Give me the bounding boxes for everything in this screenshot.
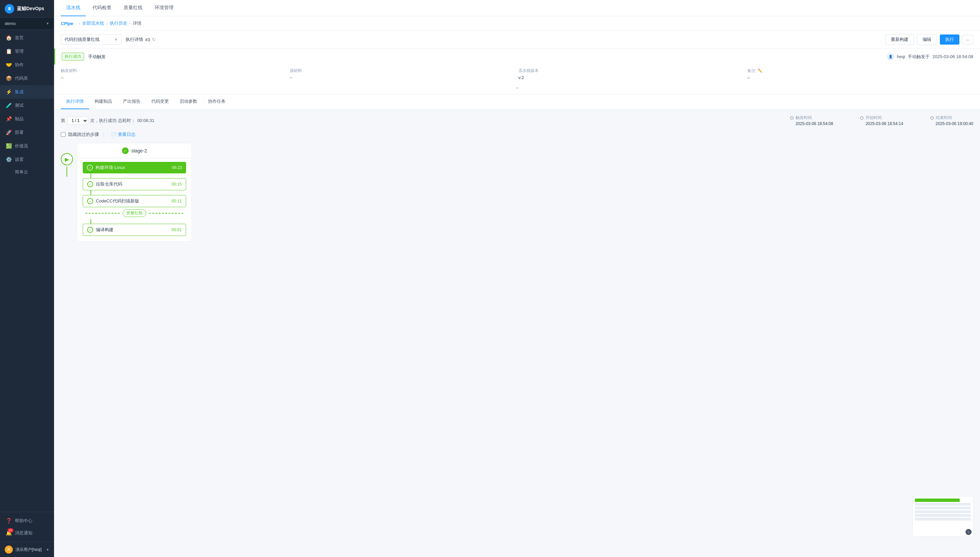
pipeline-version-value: v.2 xyxy=(518,75,745,80)
edit-button[interactable]: 编辑 xyxy=(917,34,937,45)
step-connector-3 xyxy=(91,219,91,224)
time-indicators: 触发时间 2025-03-06 18:54:08 开始时间 2025-03-06… xyxy=(790,115,973,126)
sidebar-item-home[interactable]: 🏠 首页 xyxy=(0,31,54,45)
tab-collab-tasks[interactable]: 协作任务 xyxy=(203,94,231,109)
end-time-dot xyxy=(930,116,934,120)
mini-bar-4 xyxy=(915,510,971,513)
action-bar: 代码扫描质量红线 ▼ 执行详情 #3 ↻ 重新构建 编辑 执行 ··· xyxy=(54,31,980,49)
mini-map-content xyxy=(913,497,973,523)
sidebar-item-manage[interactable]: 📋 管理 xyxy=(0,45,54,58)
tab-code-check[interactable]: 代码检查 xyxy=(87,0,117,16)
source-material-value: -- xyxy=(290,75,516,80)
user-name: 演示用户[heqi] xyxy=(16,547,46,553)
source-material-label: 源材料 xyxy=(290,68,516,74)
stage-wrapper: ▶ ✓ stage-2 ✓ 构建环境-Linux 06:23 xyxy=(61,143,973,242)
sidebar-logo: 蓝 蓝鲸DevOps xyxy=(0,0,54,18)
logo-text: 蓝鲸DevOps xyxy=(17,6,44,12)
sidebar: 蓝 蓝鲸DevOps demo ▼ 🏠 首页 📋 管理 🤝 协作 📦 代码库 ⚡… xyxy=(0,0,54,557)
deploy-icon: 🚀 xyxy=(5,129,12,136)
step-item-build-env[interactable]: ✓ 构建环境-Linux 06:23 xyxy=(83,162,186,173)
step-time-4: 00:01 xyxy=(172,228,182,232)
tab-quality[interactable]: 质量红线 xyxy=(118,0,148,16)
sidebar-item-artifact[interactable]: 📌 制品 xyxy=(0,112,54,126)
start-time-dot xyxy=(860,116,863,120)
tab-exec-detail[interactable]: 执行详情 xyxy=(61,94,89,109)
sidebar-item-notify[interactable]: 🔔20 消息通知 xyxy=(0,527,54,539)
env-selector[interactable]: demo ▼ xyxy=(0,18,54,30)
breadcrumb-sep-2: › xyxy=(106,21,107,26)
avatar: 用 xyxy=(5,546,13,554)
sidebar-item-test[interactable]: 🧪 测试 xyxy=(0,99,54,112)
artifact-icon: 📌 xyxy=(5,116,12,122)
trigger-time-indicator: 触发时间 2025-03-06 18:54:08 xyxy=(790,115,833,126)
sidebar-item-collab[interactable]: 🤝 协作 xyxy=(0,58,54,72)
step-connector-1 xyxy=(91,173,91,178)
hide-skipped-label: 隐藏跳过的步骤 xyxy=(68,132,99,138)
tab-code-changes[interactable]: 代码变更 xyxy=(146,94,174,109)
run-button[interactable]: 执行 xyxy=(940,34,959,45)
sidebar-item-label: 价值流 xyxy=(15,143,28,149)
step-time-2: 00:15 xyxy=(172,182,182,187)
breadcrumb-all-pipelines[interactable]: 全部流水线 xyxy=(82,20,104,26)
sidebar-item-help[interactable]: ❓ 帮助中心 xyxy=(0,515,54,527)
sidebar-item-simple-cloud[interactable]: 简单云 xyxy=(0,166,54,178)
step-item-compile[interactable]: ✓ 编译构建 00:01 xyxy=(83,224,186,236)
help-label: 帮助中心 xyxy=(15,518,32,524)
tab-output-report[interactable]: 产出报告 xyxy=(117,94,146,109)
start-time-label: 开始时间 xyxy=(865,115,882,121)
simple-cloud-label: 简单云 xyxy=(15,169,28,174)
quality-gate: 质量红线 xyxy=(83,209,186,217)
breadcrumb-detail: 详情 xyxy=(133,20,141,26)
refresh-icon[interactable]: ↻ xyxy=(152,37,156,42)
sidebar-item-code[interactable]: 📦 代码库 xyxy=(0,72,54,85)
tab-build-artifacts[interactable]: 构建制品 xyxy=(89,94,117,109)
step-connector-2 xyxy=(91,190,91,195)
notify-label: 消息通知 xyxy=(15,530,32,536)
start-time-value: 2025-03-06 18:54:14 xyxy=(860,121,903,126)
trigger-time-label: 触发时间 xyxy=(796,115,812,121)
sidebar-item-settings[interactable]: ⚙️ 设置 xyxy=(0,153,54,166)
gate-line-right xyxy=(149,213,183,213)
sidebar-item-value[interactable]: 💹 价值流 xyxy=(0,139,54,153)
tab-env-manage[interactable]: 环境管理 xyxy=(149,0,179,16)
view-log-icon: 📄 xyxy=(111,132,117,137)
pipeline-name-select[interactable]: 代码扫描质量红线 ▼ xyxy=(61,34,122,45)
exec-info: 执行详情 #3 ↻ xyxy=(126,36,156,42)
notes-edit-icon[interactable]: ✏️ xyxy=(758,68,763,73)
mini-map-btn[interactable]: ⤡ xyxy=(965,529,972,535)
exec-number: #3 xyxy=(145,37,150,42)
sidebar-item-deploy[interactable]: 🚀 部署 xyxy=(0,126,54,139)
rebuild-button[interactable]: 重新构建 xyxy=(885,34,914,45)
sidebar-item-integration[interactable]: ⚡ 集成 xyxy=(0,85,54,99)
user-bar[interactable]: 用 演示用户[heqi] ▼ xyxy=(0,542,54,557)
step-item-codecc[interactable]: ✓ CodeCC代码扫描新版 05:11 xyxy=(83,195,186,207)
manage-icon: 📋 xyxy=(5,48,12,55)
tab-launch-params[interactable]: 启动参数 xyxy=(174,94,203,109)
hide-skipped-checkbox[interactable] xyxy=(61,132,65,137)
view-log-link[interactable]: 📄 查看日志 xyxy=(111,132,135,138)
meta-pipeline-version: 流水线版本 v.2 xyxy=(518,68,745,80)
step-item-fetch-code[interactable]: ✓ 拉取仓库代码 00:15 xyxy=(83,178,186,190)
help-icon: ❓ xyxy=(5,518,12,524)
notify-icon: 🔔20 xyxy=(5,529,12,536)
sidebar-item-label: 管理 xyxy=(15,48,24,54)
collapse-button[interactable]: ⌃ xyxy=(54,85,980,94)
stage-steps: ✓ 构建环境-Linux 06:23 ✓ 拉取仓库代码 00:15 xyxy=(77,162,191,241)
step-name-2: 拉取仓库代码 xyxy=(96,181,172,187)
run-number-select[interactable]: 1 / 1 xyxy=(67,117,88,125)
stage-check-icon: ✓ xyxy=(122,147,129,154)
end-time-value: 2025-03-06 19:00:40 xyxy=(930,121,973,126)
breadcrumb-exec-history[interactable]: 执行历史 xyxy=(110,20,127,26)
exec-details-section: 执行成功 手动触发 👤 heqi 手动触发于 2025-03-06 18:54:… xyxy=(54,49,980,94)
code-icon: 📦 xyxy=(5,75,12,82)
step-time: 06:23 xyxy=(172,165,182,170)
more-button[interactable]: ··· xyxy=(962,35,973,45)
step-name-4: 编译构建 xyxy=(96,227,172,233)
tab-pipeline[interactable]: 流水线 xyxy=(61,0,86,16)
trigger-desc: 手动触发于 xyxy=(908,54,930,60)
integration-icon: ⚡ xyxy=(5,88,12,95)
exec-status-bar: 执行成功 手动触发 👤 heqi 手动触发于 2025-03-06 18:54:… xyxy=(54,49,980,65)
stage-header: ✓ stage-2 xyxy=(77,143,191,158)
step-check-icon-4: ✓ xyxy=(87,227,93,233)
detail-tabs: 执行详情 构建制品 产出报告 代码变更 启动参数 协作任务 xyxy=(54,94,980,109)
